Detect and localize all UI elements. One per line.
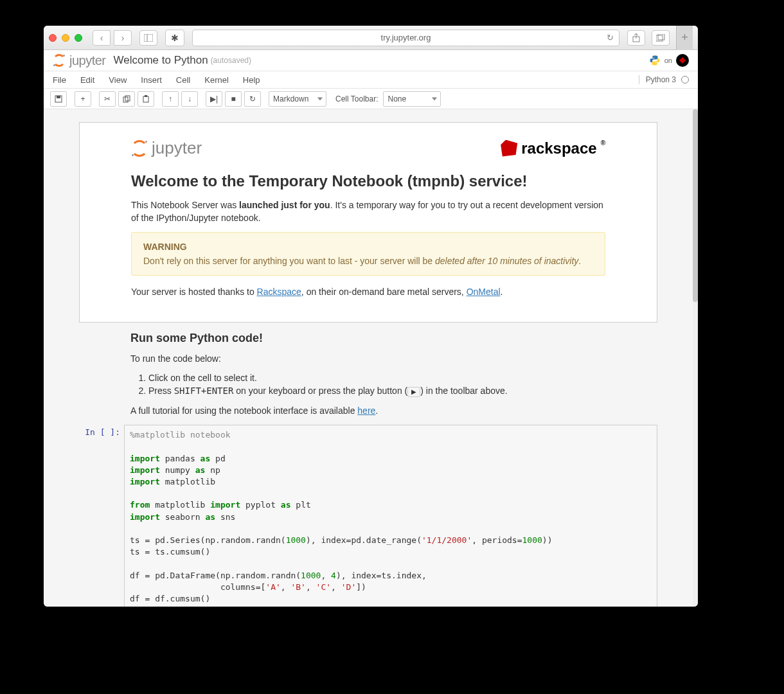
restart-button[interactable]: ↻ <box>244 91 261 107</box>
address-bar[interactable]: try.jupyter.org ↻ <box>192 30 619 46</box>
back-button[interactable]: ‹ <box>93 30 111 46</box>
toolbar: + ✂ ↑ ↓ ▶| ■ ↻ Markdown Cell Toolbar: No… <box>44 89 698 109</box>
cell-toolbar-value: None <box>388 94 406 103</box>
onmetal-link[interactable]: OnMetal <box>467 287 501 297</box>
cell-toolbar-label: Cell Toolbar: <box>335 94 378 103</box>
menu-help[interactable]: Help <box>243 75 260 85</box>
save-icon <box>55 95 62 103</box>
scrollbar[interactable] <box>693 109 698 607</box>
kernel-status-icon <box>681 76 689 84</box>
kernel-name: Python 3 <box>646 75 676 84</box>
share-button[interactable] <box>627 30 645 46</box>
stop-icon: ■ <box>231 94 235 103</box>
sidebar-icon <box>144 34 153 42</box>
minimize-window-button[interactable] <box>62 34 69 42</box>
url-text: try.jupyter.org <box>381 33 431 42</box>
copy-icon <box>123 95 130 103</box>
notebook-container[interactable]: jupyter rackspace® Welcome to the Tempor… <box>44 109 693 607</box>
svg-rect-7 <box>57 96 60 98</box>
markdown-cell-run[interactable]: Run some Python code! To run the code be… <box>79 332 657 417</box>
play-icon: ▶ <box>407 387 420 397</box>
browser-titlebar: ‹ › ✱ try.jupyter.org ↻ + <box>44 26 698 50</box>
tabs-icon <box>656 34 665 42</box>
run-icon: ▶| <box>210 94 218 103</box>
code-cell-1[interactable]: In [ ]: %matplotlib notebook import pand… <box>79 425 657 607</box>
cut-button[interactable]: ✂ <box>99 91 116 107</box>
kernel-indicator: Python 3 <box>639 75 689 84</box>
run-button[interactable]: ▶| <box>206 91 222 107</box>
svg-rect-5 <box>658 34 664 40</box>
scissors-icon: ✂ <box>104 94 111 103</box>
puzzle-icon: ✱ <box>171 33 179 43</box>
code-input[interactable]: %matplotlib notebook import pandas as pd… <box>124 425 657 607</box>
jupyter-orbit-icon <box>53 54 66 67</box>
rackspace-logo: rackspace® <box>501 139 605 157</box>
warning-title: WARNING <box>143 242 593 252</box>
restart-icon: ↻ <box>249 94 256 103</box>
svg-rect-10 <box>143 96 148 102</box>
svg-rect-11 <box>145 95 147 97</box>
jupyter-orbit-icon <box>131 140 148 157</box>
menu-view[interactable]: View <box>109 75 127 85</box>
notebook-name[interactable]: Welcome to Python <box>114 54 208 67</box>
cell-type-value: Markdown <box>273 94 308 103</box>
menubar: File Edit View Insert Cell Kernel Help P… <box>44 71 698 89</box>
rackspace-icon[interactable] <box>676 54 689 67</box>
run-intro: To run the code below: <box>130 353 606 366</box>
markdown-cell-welcome[interactable]: jupyter rackspace® Welcome to the Tempor… <box>79 122 657 323</box>
menu-edit[interactable]: Edit <box>80 75 94 85</box>
cell-type-select[interactable]: Markdown <box>269 91 326 107</box>
menu-cell[interactable]: Cell <box>176 75 190 85</box>
move-down-button[interactable]: ↓ <box>181 91 198 107</box>
share-icon <box>632 33 640 42</box>
insert-cell-button[interactable]: + <box>75 91 91 107</box>
warning-box: WARNING Don't rely on this server for an… <box>131 232 605 276</box>
svg-rect-4 <box>656 35 663 41</box>
close-window-button[interactable] <box>49 34 57 42</box>
step-2: Press SHIFT+ENTER on your keyboard or pr… <box>148 386 606 396</box>
welcome-heading: Welcome to the Temporary Notebook (tmpnb… <box>131 172 605 190</box>
svg-rect-0 <box>144 34 153 42</box>
maximize-window-button[interactable] <box>75 34 82 42</box>
interrupt-button[interactable]: ■ <box>225 91 242 107</box>
welcome-paragraph: This Notebook Server was launched just f… <box>131 199 605 224</box>
cell-toolbar-select[interactable]: None <box>383 91 441 107</box>
autosave-status: (autosaved) <box>211 56 251 65</box>
hosting-paragraph: Your server is hosted thanks to Rackspac… <box>131 286 605 299</box>
window-controls <box>49 34 82 42</box>
forward-button[interactable]: › <box>114 30 132 46</box>
jupyter-wordmark: jupyter <box>69 53 106 68</box>
code-prompt: In [ ]: <box>79 425 124 607</box>
menu-kernel[interactable]: Kernel <box>204 75 229 85</box>
tutorial-paragraph: A full tutorial for using the notebook i… <box>130 405 606 418</box>
menu-insert[interactable]: Insert <box>141 75 162 85</box>
sidebar-toggle-button[interactable] <box>139 30 157 46</box>
jupyter-logo[interactable]: jupyter <box>53 53 106 68</box>
new-tab-button[interactable]: + <box>676 26 693 50</box>
jupyter-header: jupyter Welcome to Python (autosaved) on <box>44 50 698 71</box>
run-heading: Run some Python code! <box>130 332 606 345</box>
plus-icon: + <box>80 94 85 103</box>
hosted-on-label: on <box>664 57 672 64</box>
jupyter-wordmark: jupyter <box>152 138 202 158</box>
rackspace-mark-icon <box>501 140 517 157</box>
reload-icon[interactable]: ↻ <box>607 33 614 42</box>
tutorial-link[interactable]: here <box>357 405 375 416</box>
scrollbar-thumb[interactable] <box>693 109 698 302</box>
save-button[interactable] <box>50 91 67 107</box>
copy-button[interactable] <box>118 91 135 107</box>
browser-window: ‹ › ✱ try.jupyter.org ↻ + jupyter Welcom… <box>44 26 698 607</box>
paste-button[interactable] <box>138 91 154 107</box>
rackspace-link[interactable]: Rackspace <box>257 287 301 297</box>
step-1: Click on the cell to select it. <box>148 373 606 383</box>
python-icon <box>649 55 661 66</box>
tabs-button[interactable] <box>652 30 670 46</box>
rackspace-wordmark: rackspace <box>521 139 596 157</box>
menu-file[interactable]: File <box>53 75 66 85</box>
move-up-button[interactable]: ↑ <box>162 91 179 107</box>
arrow-down-icon: ↓ <box>188 94 192 103</box>
jupyter-logo-large: jupyter <box>131 138 202 158</box>
extension-button[interactable]: ✱ <box>165 30 184 46</box>
arrow-up-icon: ↑ <box>168 94 172 103</box>
paste-icon <box>142 95 150 103</box>
